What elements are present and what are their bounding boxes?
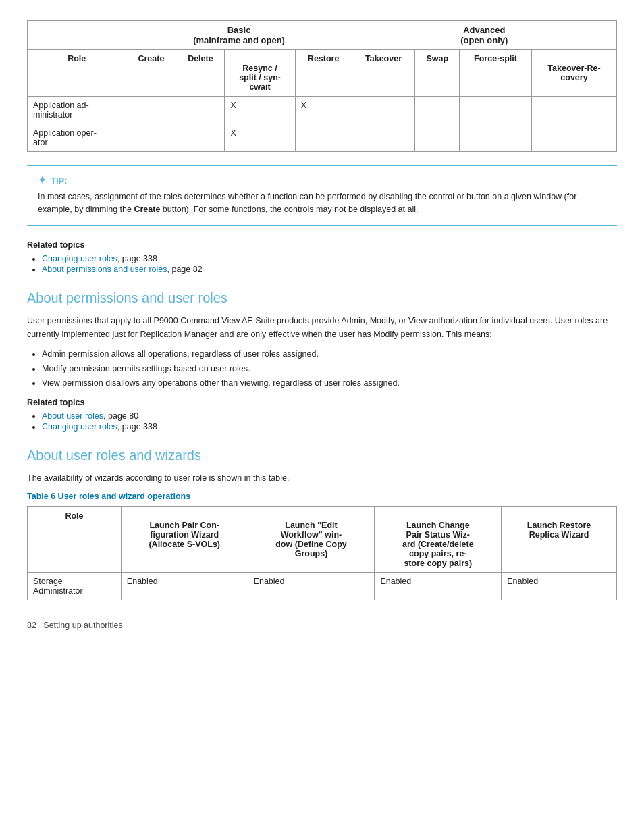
cell-restore: X xyxy=(295,97,352,124)
link-changing-user-roles-2[interactable]: Changing user roles xyxy=(42,422,117,432)
permissions-section-heading: About permissions and user roles xyxy=(27,290,617,306)
cell-forcesplit xyxy=(460,97,532,124)
list-item: Modify permission permits settings based… xyxy=(42,363,617,375)
related-topics-list-1: Changing user roles, page 338 About perm… xyxy=(27,254,617,274)
col-delete: Delete xyxy=(176,50,225,97)
cell-delete xyxy=(176,124,225,152)
col-forcesplit: Force-split xyxy=(460,50,532,97)
basic-group-header: Basic (mainframe and open) xyxy=(126,21,352,50)
cell-takeoverrec xyxy=(531,97,616,124)
cell-resync: X xyxy=(225,124,295,152)
advanced-group-header: Advanced (open only) xyxy=(352,21,616,50)
table-caption: Table 6 User roles and wizard operations xyxy=(27,492,617,501)
cell-restore xyxy=(295,124,352,152)
cell-resync: X xyxy=(225,97,295,124)
list-item: Changing user roles, page 338 xyxy=(42,254,617,263)
related-topics-list-2: About user roles, page 80 Changing user … xyxy=(27,411,617,432)
col-header-row: Role Create Delete Resync / split / syn-… xyxy=(28,50,617,97)
wiz-cell-launch-pair: Enabled xyxy=(121,573,248,600)
permissions-table: Basic (mainframe and open) Advanced (ope… xyxy=(27,20,617,152)
wiz-col-launch-restore: Launch Restore Replica Wizard xyxy=(502,507,617,573)
cell-role: Application oper- ator xyxy=(28,124,126,152)
cell-forcesplit xyxy=(460,124,532,152)
wizards-intro: The availability of wizards according to… xyxy=(27,471,617,485)
tip-icon: ✦ xyxy=(38,174,47,186)
wizard-col-header-row: Role Launch Pair Con- figuration Wizard … xyxy=(28,507,617,573)
group-header-row: Basic (mainframe and open) Advanced (ope… xyxy=(28,21,617,50)
cell-delete xyxy=(176,97,225,124)
list-item: About user roles, page 80 xyxy=(42,411,617,421)
table-row: Storage Administrator Enabled Enabled En… xyxy=(28,573,617,600)
list-item: Admin permission allows all operations, … xyxy=(42,348,617,361)
link-about-user-roles[interactable]: About user roles xyxy=(42,411,103,421)
cell-create xyxy=(126,97,176,124)
permissions-bullets: Admin permission allows all operations, … xyxy=(27,348,617,390)
wiz-col-launch-pair: Launch Pair Con- figuration Wizard (Allo… xyxy=(121,507,248,573)
cell-swap xyxy=(415,97,460,124)
col-takeover: Takeover xyxy=(352,50,415,97)
tip-label: ✦ TIP: xyxy=(38,174,606,186)
link-about-permissions[interactable]: About permissions and user roles xyxy=(42,265,167,274)
permissions-body: User permissions that apply to all P9000… xyxy=(27,314,617,341)
related-topics-section-2: Related topics About user roles, page 80… xyxy=(27,398,617,432)
list-item: About permissions and user roles, page 8… xyxy=(42,265,617,274)
cell-swap xyxy=(415,124,460,152)
page-footer: 82 Setting up authorities xyxy=(27,621,617,630)
list-item: View permission disallows any operations… xyxy=(42,377,617,390)
col-create: Create xyxy=(126,50,176,97)
link-changing-user-roles-1[interactable]: Changing user roles xyxy=(42,254,117,263)
cell-takeover xyxy=(352,124,415,152)
wiz-cell-launch-restore: Enabled xyxy=(502,573,617,600)
table-row: Application oper- ator X xyxy=(28,124,617,152)
list-item: Changing user roles, page 338 xyxy=(42,422,617,432)
col-swap: Swap xyxy=(415,50,460,97)
role-group-header xyxy=(28,21,126,50)
col-resync: Resync / split / syn- cwait xyxy=(225,50,295,97)
related-topics-section-1: Related topics Changing user roles, page… xyxy=(27,240,617,274)
cell-create xyxy=(126,124,176,152)
col-restore: Restore xyxy=(295,50,352,97)
related-topics-title-1: Related topics xyxy=(27,240,617,250)
cell-takeover xyxy=(352,97,415,124)
table-row: Application ad- ministrator X X xyxy=(28,97,617,124)
wizard-table: Role Launch Pair Con- figuration Wizard … xyxy=(27,506,617,600)
wiz-col-launch-change: Launch Change Pair Status Wiz- ard (Crea… xyxy=(375,507,502,573)
wiz-col-launch-edit: Launch "Edit Workflow" win- dow (Define … xyxy=(248,507,375,573)
tip-text: In most cases, assignment of the roles d… xyxy=(38,190,606,217)
footer-text: Setting up authorities xyxy=(43,621,122,630)
col-takeoverrec: Takeover-Re- covery xyxy=(531,50,616,97)
wiz-cell-launch-edit: Enabled xyxy=(248,573,375,600)
wiz-col-role: Role xyxy=(28,507,122,573)
cell-role: Application ad- ministrator xyxy=(28,97,126,124)
page-number: 82 xyxy=(27,621,36,630)
wiz-cell-launch-change: Enabled xyxy=(375,573,502,600)
cell-takeoverrec xyxy=(531,124,616,152)
wizards-section-heading: About user roles and wizards xyxy=(27,448,617,463)
wiz-cell-role: Storage Administrator xyxy=(28,573,122,600)
related-topics-title-2: Related topics xyxy=(27,398,617,407)
tip-box: ✦ TIP: In most cases, assignment of the … xyxy=(27,165,617,226)
col-role: Role xyxy=(28,50,126,97)
